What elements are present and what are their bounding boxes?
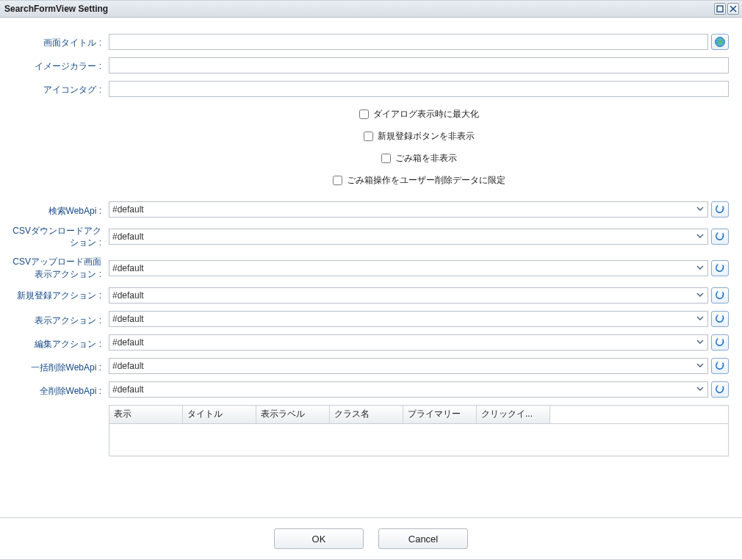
refresh-icon [715, 361, 725, 371]
refresh-button[interactable] [711, 260, 729, 276]
refresh-icon [715, 263, 725, 273]
localize-button[interactable] [711, 34, 729, 50]
dialog-footer: OK Cancel [0, 517, 742, 559]
titlebar: SearchFormView Setting [0, 1, 742, 18]
refresh-button[interactable] [711, 311, 729, 327]
refresh-button[interactable] [711, 201, 729, 218]
row-edit-action: 編集アクション : [0, 334, 742, 351]
ok-button[interactable]: OK [274, 528, 364, 549]
edit-action-select[interactable] [109, 334, 708, 351]
check-hide-trash[interactable]: ごみ箱を非表示 [381, 150, 457, 166]
check-trash-user-deleted[interactable]: ごみ箱操作をユーザー削除データに限定 [333, 172, 505, 188]
row-view-action: 表示アクション : [0, 311, 742, 327]
globe-icon [714, 36, 726, 48]
row-icon-tag: アイコンタグ : [0, 81, 742, 97]
image-color-input[interactable] [109, 57, 729, 73]
window-title: SearchFormView Setting [4, 4, 713, 14]
label-csv-download-action: CSVダウンロードアクション : [7, 225, 109, 248]
check-trash-user-deleted-label: ごみ箱操作をユーザー削除データに限定 [347, 174, 505, 187]
label-view-action: 表示アクション : [7, 312, 109, 326]
label-icon-tag: アイコンタグ : [7, 81, 109, 96]
close-button[interactable] [727, 3, 739, 15]
check-hide-trash-input[interactable] [381, 154, 391, 163]
grid-header-cell[interactable]: クラス名 [330, 406, 403, 423]
grid-header-cell[interactable]: 表示 [109, 406, 183, 423]
maximize-icon [716, 5, 724, 12]
screen-title-input[interactable] [109, 34, 708, 50]
check-maximize-dialog-input[interactable] [359, 110, 369, 119]
refresh-button[interactable] [711, 229, 729, 245]
refresh-button[interactable] [711, 287, 729, 304]
label-all-delete-webapi: 全削除WebApi : [7, 382, 109, 397]
cancel-button-label: Cancel [408, 534, 438, 545]
refresh-button[interactable] [711, 381, 729, 398]
row-search-webapi: 検索WebApi : [0, 201, 742, 218]
cancel-button[interactable]: Cancel [378, 528, 468, 549]
label-edit-action: 編集アクション : [7, 335, 109, 350]
label-new-register-action: 新規登録アクション : [7, 290, 109, 301]
refresh-icon [715, 337, 725, 348]
check-hide-new-button-input[interactable] [364, 132, 373, 141]
check-hide-new-button[interactable]: 新規登録ボタンを非表示 [364, 128, 475, 144]
label-csv-upload-view-action: CSVアップロード画面表示アクション : [7, 256, 109, 279]
check-maximize-dialog[interactable]: ダイアログ表示時に最大化 [359, 106, 479, 122]
label-batch-delete-webapi: 一括削除WebApi : [7, 359, 109, 373]
ok-button-label: OK [312, 534, 326, 545]
grid-body [109, 424, 728, 456]
row-csv-upload-view-action: CSVアップロード画面表示アクション : [0, 256, 742, 279]
row-grid: 表示 タイトル 表示ラベル クラス名 プライマリー クリックイ... [0, 405, 742, 456]
all-delete-webapi-select[interactable] [109, 381, 708, 398]
refresh-button[interactable] [711, 334, 729, 351]
label-image-color: イメージカラー : [7, 57, 109, 72]
row-checkboxes: ダイアログ表示時に最大化 新規登録ボタンを非表示 ごみ箱を非表示 ごみ箱操作をユ… [0, 104, 742, 194]
row-image-color: イメージカラー : [0, 57, 742, 73]
grid-header-cell[interactable]: タイトル [183, 406, 256, 423]
grid-header-cell[interactable]: 表示ラベル [256, 406, 330, 423]
search-webapi-select[interactable] [109, 201, 708, 218]
check-hide-trash-label: ごみ箱を非表示 [395, 152, 457, 165]
view-action-select[interactable] [109, 311, 708, 327]
csv-upload-view-action-select[interactable] [109, 260, 708, 276]
grid-header-cell[interactable]: クリックイ... [477, 406, 550, 423]
config-grid[interactable]: 表示 タイトル 表示ラベル クラス名 プライマリー クリックイ... [109, 405, 729, 456]
check-trash-user-deleted-input[interactable] [333, 176, 342, 185]
label-screen-title: 画面タイトル : [7, 34, 109, 49]
row-batch-delete-webapi: 一括削除WebApi : [0, 358, 742, 374]
dialog-window: SearchFormView Setting 画面タイトル : [0, 0, 742, 560]
refresh-icon [715, 290, 725, 301]
refresh-icon [715, 314, 725, 324]
grid-header-cell[interactable]: プライマリー [403, 406, 477, 423]
refresh-button[interactable] [711, 358, 729, 374]
refresh-icon [715, 231, 725, 242]
row-new-register-action: 新規登録アクション : [0, 287, 742, 304]
close-icon [730, 5, 737, 12]
check-hide-new-button-label: 新規登録ボタンを非表示 [378, 130, 475, 143]
batch-delete-webapi-select[interactable] [109, 358, 708, 374]
row-csv-download-action: CSVダウンロードアクション : [0, 225, 742, 248]
new-register-action-select[interactable] [109, 287, 708, 304]
icon-tag-input[interactable] [109, 81, 729, 97]
grid-header-row: 表示 タイトル 表示ラベル クラス名 プライマリー クリックイ... [109, 406, 728, 424]
dialog-body: 画面タイトル : イメージカラー : [0, 18, 742, 517]
row-all-delete-webapi: 全削除WebApi : [0, 381, 742, 398]
maximize-button[interactable] [714, 3, 726, 15]
refresh-icon [715, 384, 725, 395]
refresh-icon [715, 204, 725, 215]
label-search-webapi: 検索WebApi : [7, 202, 109, 217]
form-scroll[interactable]: 画面タイトル : イメージカラー : [0, 18, 742, 517]
check-maximize-dialog-label: ダイアログ表示時に最大化 [373, 108, 479, 121]
svg-rect-0 [717, 6, 723, 12]
csv-download-action-select[interactable] [109, 229, 708, 245]
row-screen-title: 画面タイトル : [0, 34, 742, 50]
